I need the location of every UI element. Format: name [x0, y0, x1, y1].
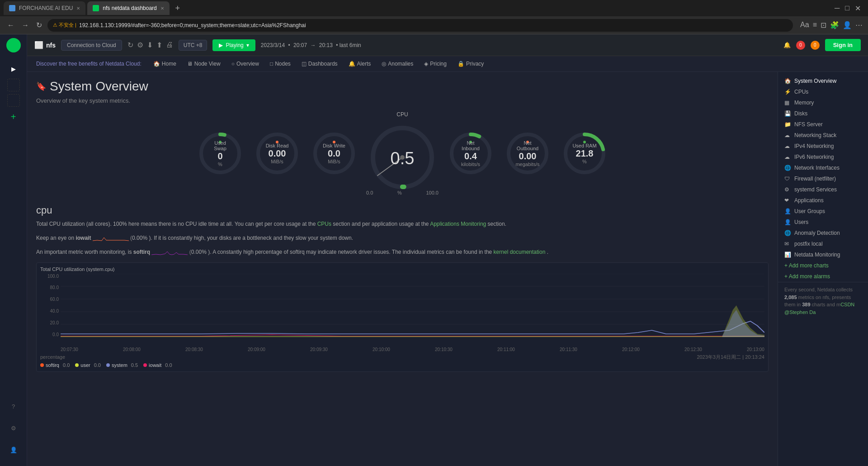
- disk-read-center: Disk Read 0.00 MiB/s: [266, 143, 289, 164]
- cpu-description: Total CPU utilization (all cores). 100% …: [36, 220, 769, 228]
- systemd-icon: ⚙: [784, 186, 791, 193]
- tab-close-forchange[interactable]: ✕: [76, 6, 80, 11]
- sidebar-item-network-interfaces[interactable]: 🌐 Network Interfaces: [778, 162, 868, 173]
- kernel-docs-link[interactable]: kernel documentation: [494, 249, 546, 255]
- chart-yaxis: 100.0 80.0 60.0 40.0 20.0 0.0: [40, 274, 61, 337]
- sidebar-item-ipv4[interactable]: ☁ IPv4 Networking: [778, 141, 868, 152]
- csdn-link[interactable]: CSDN @Stephen Da: [784, 302, 854, 315]
- tab-close-netdata[interactable]: ✕: [160, 6, 164, 11]
- close-button[interactable]: ✕: [855, 4, 861, 13]
- sidebar-item-memory[interactable]: ▦ Memory: [778, 97, 868, 108]
- node-name: nfs: [46, 42, 56, 49]
- translate-icon[interactable]: Aa: [800, 21, 809, 29]
- nav-user-icon[interactable]: 👤: [5, 442, 22, 458]
- sidebar-item-applications[interactable]: ❤ Applications: [778, 195, 868, 206]
- menu-icon[interactable]: ⋯: [855, 21, 863, 29]
- tab-overview[interactable]: ○ Overview: [227, 59, 264, 69]
- sidebar-item-cpus[interactable]: ⚡ CPUs: [778, 86, 868, 97]
- nav-help-icon[interactable]: ?: [5, 398, 22, 414]
- net-outbound-gauge-circle: Net Outbound 0.00 megabits/s: [503, 128, 552, 178]
- tab-dashboards[interactable]: ◫ Dashboards: [297, 59, 342, 69]
- new-tab-button[interactable]: +: [171, 2, 184, 14]
- sidebar-item-systemd[interactable]: ⚙ systemd Services: [778, 184, 868, 195]
- refresh-icon[interactable]: ↻: [127, 41, 133, 49]
- tab-favicon-forchange: [9, 5, 15, 11]
- url-input[interactable]: ⚠ 不安全 | 192.168.1.130:19999/#after=-360;…: [47, 19, 793, 32]
- cpus-link[interactable]: CPUs: [317, 221, 331, 227]
- sidebar-item-users[interactable]: 👤 Users: [778, 217, 868, 228]
- disk-read-label: Disk Read: [266, 143, 289, 148]
- tab-privacy[interactable]: 🔒 Privacy: [453, 59, 488, 69]
- sidebar-item-anomaly-detection[interactable]: 🌐 Anomaly Detection: [778, 228, 868, 238]
- chart-area[interactable]: 100.0 80.0 60.0 40.0 20.0 0.0: [40, 274, 764, 346]
- user-dot: [75, 363, 79, 367]
- used-swap-label: Used Swap: [208, 140, 233, 151]
- banner-label: Discover the free benefits of Netdata Cl…: [36, 61, 142, 67]
- download-icon[interactable]: ⊡: [821, 21, 826, 29]
- maximize-button[interactable]: □: [845, 4, 849, 13]
- sidebar-item-netdata-monitoring[interactable]: 📊 Netdata Monitoring: [778, 249, 868, 260]
- tab-pricing[interactable]: ◈ Pricing: [420, 59, 451, 69]
- upload-icon[interactable]: ⬆: [156, 41, 162, 49]
- tab-title-netdata: nfs netdata dashboard: [103, 5, 156, 11]
- disk-write-value: 0.0: [323, 148, 345, 159]
- sidebar-item-disks[interactable]: 💾 Disks: [778, 108, 868, 119]
- nodeview-icon: 🖥: [187, 61, 193, 67]
- sidebar-item-postfix[interactable]: ✉ postfix local: [778, 238, 868, 249]
- browser-tools: Aa ≡ ⊡ 🧩 👤 ⋯: [800, 21, 863, 29]
- gauge-disk-write: Disk Write 0.0 MiB/s: [309, 128, 359, 178]
- disk-write-gauge-circle: Disk Write 0.0 MiB/s: [309, 128, 359, 178]
- nav-expand-button[interactable]: ▶: [5, 61, 22, 77]
- cpu-section-title: cpu: [36, 204, 769, 216]
- tab-anomalies[interactable]: ◎ Anomalies: [377, 59, 418, 69]
- timezone-button[interactable]: UTC +8: [179, 40, 208, 51]
- net-inbound-value: 0.4: [458, 151, 483, 162]
- disk-read-gauge-circle: Disk Read 0.00 MiB/s: [252, 128, 302, 178]
- add-more-alarms-button[interactable]: + Add more alarms: [778, 271, 868, 282]
- print-icon[interactable]: 🖨: [166, 41, 173, 49]
- read-icon[interactable]: ≡: [813, 21, 817, 29]
- play-button[interactable]: ▶ Playing ▾: [212, 39, 255, 51]
- tab-home[interactable]: 🏠 Home: [149, 59, 181, 69]
- home-icon: 🏠: [153, 61, 160, 67]
- add-more-charts-button[interactable]: + Add more charts: [778, 260, 868, 271]
- netdata-logo[interactable]: [6, 38, 21, 52]
- nav-settings-icon[interactable]: ⚙: [5, 420, 22, 436]
- sidebar-item-ipv6[interactable]: ☁ IPv6 Networking: [778, 152, 868, 162]
- profile-icon[interactable]: 👤: [843, 21, 852, 29]
- forward-button[interactable]: →: [20, 19, 31, 31]
- cloud-connection-button[interactable]: Connection to Cloud: [61, 40, 122, 51]
- tab-nodes[interactable]: □ Nodes: [265, 59, 295, 69]
- apps-monitoring-link[interactable]: Applications Monitoring: [430, 221, 486, 227]
- header-right: 🔔 0 0 Sign in: [783, 39, 861, 51]
- sidebar-item-firewall[interactable]: 🛡 Firewall (netfilter): [778, 173, 868, 184]
- minimize-button[interactable]: ─: [835, 4, 840, 13]
- nav-add-button[interactable]: +: [5, 109, 22, 125]
- sign-in-button[interactable]: Sign in: [825, 39, 861, 51]
- download-icon[interactable]: ⬇: [147, 41, 153, 49]
- sidebar-item-networking-stack[interactable]: ☁ Networking Stack: [778, 130, 868, 141]
- sidebar-item-user-groups[interactable]: 👤 User Groups: [778, 206, 868, 217]
- tab-forchange[interactable]: FORCHANGE AI EDU ✕: [4, 1, 85, 15]
- used-ram-center: Used RAM 21.8 %: [572, 143, 596, 164]
- back-button[interactable]: ←: [5, 19, 16, 31]
- user-groups-icon: 👤: [784, 208, 791, 214]
- notification-bell[interactable]: 🔔: [783, 42, 791, 48]
- sidebar-item-system-overview[interactable]: 🏠 System Overview: [778, 76, 868, 86]
- chart-footer: percentage 2023年3月14日周二 | 20:13:24: [40, 354, 764, 361]
- network-interfaces-icon: 🌐: [784, 165, 791, 171]
- tab-alerts[interactable]: 🔔 Alerts: [344, 59, 376, 69]
- disks-icon: 💾: [784, 110, 791, 117]
- tab-node-view[interactable]: 🖥 Node View: [183, 59, 225, 69]
- metrics-count: 2,085: [784, 295, 797, 300]
- settings-icon[interactable]: ⚙: [137, 41, 143, 49]
- reload-button[interactable]: ↻: [34, 19, 44, 31]
- extensions-icon[interactable]: 🧩: [830, 21, 839, 29]
- sidebar-item-nfs-server[interactable]: 📁 NFS Server: [778, 119, 868, 130]
- memory-icon: ▦: [784, 100, 791, 106]
- ipv6-icon: ☁: [784, 154, 791, 160]
- gauge-cpu: CPU 0.5: [366, 111, 439, 195]
- net-inbound-unit: kilobits/s: [458, 162, 483, 167]
- chart-timestamp: 2023年3月14日周二 | 20:13:24: [697, 354, 764, 361]
- tab-netdata[interactable]: nfs netdata dashboard ✕: [87, 1, 169, 15]
